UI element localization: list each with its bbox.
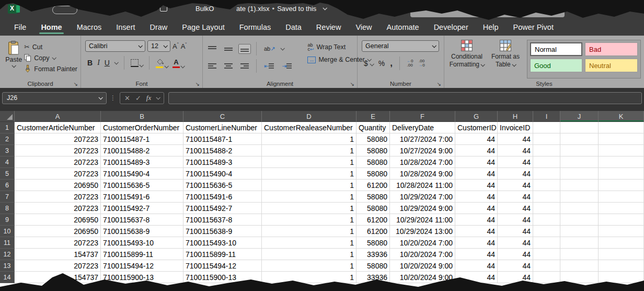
cell-g14[interactable]: 44 — [455, 272, 498, 283]
cell-b5[interactable]: 7100115490-4 — [101, 168, 183, 180]
number-dialog-launcher[interactable]: ↘ — [437, 81, 441, 87]
comma-style-button[interactable]: , — [390, 58, 393, 69]
align-left-button[interactable] — [206, 61, 218, 71]
cell-g3[interactable]: 44 — [455, 145, 498, 156]
align-center-button[interactable] — [222, 61, 235, 71]
cell-g13[interactable]: 44 — [455, 260, 498, 272]
cell-style-neutral[interactable]: Neutral — [585, 59, 638, 72]
cell-d12[interactable]: 1 — [262, 249, 356, 260]
cell-d6[interactable]: 1 — [262, 180, 356, 191]
cell-g7[interactable]: 44 — [455, 191, 498, 203]
cell-h9[interactable]: 44 — [498, 214, 533, 226]
column-header-c[interactable]: C — [183, 111, 262, 122]
column-header-e[interactable]: E — [356, 111, 390, 122]
font-size-combobox[interactable]: 12 — [147, 40, 170, 52]
cell-c11[interactable]: 7100115493-10 — [183, 237, 262, 249]
conditional-formatting-button[interactable]: Conditional Formatting — [447, 40, 486, 79]
tab-power-pivot[interactable]: Power Pivot — [507, 20, 560, 35]
cell-k12[interactable] — [599, 249, 644, 260]
italic-button[interactable]: I — [97, 59, 100, 67]
cell-k8[interactable] — [599, 203, 644, 214]
cell-a3[interactable]: 207223 — [15, 145, 101, 156]
alignment-dialog-launcher[interactable]: ↘ — [350, 81, 354, 87]
cell-f12[interactable]: 10/20/2024 7:00 — [390, 249, 455, 260]
cell-e5[interactable]: 58080 — [356, 168, 390, 180]
align-bottom-button[interactable] — [238, 44, 251, 54]
cell-a6[interactable]: 206950 — [15, 180, 101, 191]
cell-c10[interactable]: 7100115638-9 — [183, 226, 262, 237]
fill-color-chevron-icon[interactable] — [164, 64, 168, 68]
cut-button[interactable]: ✂ Cut — [24, 43, 77, 51]
tab-review[interactable]: Review — [309, 20, 348, 35]
cell-g1[interactable]: CustomerID — [455, 122, 498, 133]
increase-indent-button[interactable]: ⇥ — [280, 61, 294, 71]
cell-i2[interactable] — [533, 133, 560, 145]
cell-i10[interactable] — [533, 226, 560, 237]
decrease-font-size-button[interactable]: Aˇ — [181, 42, 187, 50]
clipboard-dialog-launcher[interactable]: ↘ — [74, 81, 78, 87]
cell-f4[interactable]: 10/28/2024 7:00 — [390, 156, 455, 168]
copy-dropdown-chevron-icon[interactable] — [52, 55, 56, 60]
cell-k7[interactable] — [599, 191, 644, 203]
title-dropdown-chevron-icon[interactable] — [323, 6, 327, 10]
cell-j14[interactable] — [560, 272, 599, 283]
tab-page-layout[interactable]: Page Layout — [175, 20, 231, 35]
decrease-decimal-button[interactable]: .00→0 — [418, 59, 424, 68]
cell-c1[interactable]: CustomerLineNumber — [183, 122, 262, 133]
cell-c12[interactable]: 7100115899-11 — [183, 249, 262, 260]
cell-f13[interactable]: 10/20/2024 9:00 — [390, 260, 455, 272]
cell-b1[interactable]: CustomerOrderNumber — [101, 122, 183, 133]
row-header-6[interactable]: 6 — [0, 180, 15, 191]
cell-f10[interactable]: 10/29/2024 13:00 — [390, 226, 455, 237]
cell-h12[interactable]: 44 — [498, 249, 533, 260]
cell-c2[interactable]: 7100115487-1 — [183, 133, 262, 145]
row-header-14[interactable]: 14 — [0, 272, 15, 283]
cell-g6[interactable]: 44 — [455, 180, 498, 191]
cell-i1[interactable] — [533, 122, 560, 133]
cell-f5[interactable]: 10/28/2024 9:00 — [390, 168, 455, 180]
cell-d5[interactable]: 1 — [262, 168, 356, 180]
cell-e14[interactable]: 33936 — [356, 272, 390, 283]
cell-a14[interactable]: 154737 — [15, 272, 101, 283]
font-color-chevron-icon[interactable] — [180, 64, 185, 68]
cell-d7[interactable]: 1 — [262, 191, 356, 203]
cell-i5[interactable] — [533, 168, 560, 180]
row-header-13[interactable]: 13 — [0, 260, 15, 272]
cell-i13[interactable] — [533, 260, 560, 272]
cell-e2[interactable]: 58080 — [356, 133, 390, 145]
cell-j12[interactable] — [560, 249, 599, 260]
row-header-12[interactable]: 12 — [0, 249, 15, 260]
cell-i7[interactable] — [533, 191, 560, 203]
cell-c14[interactable]: 7100115900-13 — [183, 272, 262, 283]
column-header-h[interactable]: H — [498, 111, 533, 122]
search-box[interactable] — [410, 8, 565, 17]
cell-e7[interactable]: 58080 — [356, 191, 390, 203]
copy-button[interactable]: Copy — [24, 54, 77, 62]
cell-c13[interactable]: 7100115494-12 — [183, 260, 262, 272]
cell-g11[interactable]: 44 — [455, 237, 498, 249]
cell-i4[interactable] — [533, 156, 560, 168]
cell-d10[interactable]: 1 — [262, 226, 356, 237]
cell-h14[interactable]: 44 — [498, 272, 533, 283]
cell-d3[interactable]: 1 — [262, 145, 356, 156]
font-dialog-launcher[interactable]: ↘ — [196, 81, 200, 87]
cell-d2[interactable]: 1 — [262, 133, 356, 145]
cell-e3[interactable]: 58080 — [356, 145, 390, 156]
cell-j3[interactable] — [560, 145, 599, 156]
format-as-table-button[interactable]: Format as Table — [486, 40, 525, 79]
cell-d9[interactable]: 1 — [262, 214, 356, 226]
cell-c8[interactable]: 7100115492-7 — [183, 203, 262, 214]
cell-b2[interactable]: 7100115487-1 — [101, 133, 183, 145]
cell-a11[interactable]: 207223 — [15, 237, 101, 249]
cell-b6[interactable]: 7100115636-5 — [101, 180, 183, 191]
cell-b4[interactable]: 7100115489-3 — [101, 156, 183, 168]
cell-i3[interactable] — [533, 145, 560, 156]
cell-d11[interactable]: 1 — [262, 237, 356, 249]
underline-chevron-icon[interactable] — [114, 60, 118, 64]
cell-k6[interactable] — [599, 180, 644, 191]
cell-e1[interactable]: Quantity — [356, 122, 390, 133]
row-header-5[interactable]: 5 — [0, 168, 15, 180]
orientation-button[interactable]: ab↗ — [262, 44, 277, 54]
cell-style-bad[interactable]: Bad — [585, 42, 638, 56]
tab-automate[interactable]: Automate — [380, 20, 426, 35]
